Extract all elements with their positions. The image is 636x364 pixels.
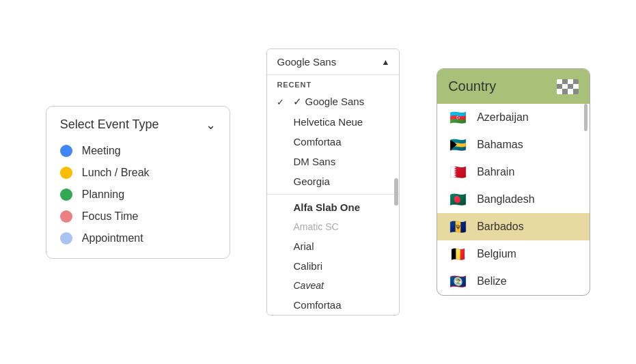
checker-cell xyxy=(557,84,562,89)
font-list: ✓Google SansHelvetica NeueComfortaaDM Sa… xyxy=(267,92,399,315)
font-item-name: Calibri xyxy=(293,260,322,272)
font-scrollbar-thumb[interactable] xyxy=(394,178,398,206)
country-flag: 🇧🇪 xyxy=(448,247,467,261)
event-label: Meeting xyxy=(82,145,121,157)
checker-cell xyxy=(573,89,579,94)
event-type-panel: Select Event Type ⌄ MeetingLunch / Break… xyxy=(46,106,230,259)
font-divider xyxy=(267,194,399,195)
country-title: Country xyxy=(448,79,496,94)
checker-cell xyxy=(568,79,573,84)
font-list-item[interactable]: Calibri xyxy=(267,256,399,276)
country-name: Barbados xyxy=(477,221,524,233)
font-item-name: Amatic SC xyxy=(293,221,338,232)
font-list-item[interactable]: Comfortaa xyxy=(267,295,399,315)
country-name: Belgium xyxy=(477,248,516,260)
font-section-recent: RECENT xyxy=(267,75,399,92)
chevron-down-icon: ⌄ xyxy=(206,117,216,132)
country-list-item[interactable]: 🇧🇪Belgium xyxy=(437,240,590,268)
checker-cell xyxy=(562,89,568,94)
country-list-item[interactable]: 🇧🇧Barbados xyxy=(437,213,590,240)
country-list-item[interactable]: 🇧🇭Bahrain xyxy=(437,158,590,186)
event-item[interactable]: Lunch / Break xyxy=(60,167,216,179)
country-name: Bahrain xyxy=(477,166,514,178)
country-panel: Country 🇦🇿Azerbaijan🇧🇸Bahamas🇧🇭Bahrain🇧🇩… xyxy=(437,68,590,296)
font-list-item[interactable]: Amatic SC xyxy=(267,217,399,236)
checker-cell xyxy=(562,79,568,84)
font-item-name: Georgia xyxy=(293,176,329,187)
font-item-name: Comfortaa xyxy=(293,299,341,311)
country-list-item[interactable]: 🇦🇿Azerbaijan xyxy=(437,104,590,131)
event-type-header[interactable]: Select Event Type ⌄ xyxy=(60,117,216,132)
country-flag: 🇦🇿 xyxy=(448,111,467,124)
font-item-name: Google Sans xyxy=(293,96,364,108)
font-check-icon: ✓ xyxy=(277,97,288,107)
country-name: Bangladesh xyxy=(477,193,535,206)
country-list-item[interactable]: 🇧🇩Bangladesh xyxy=(437,186,590,213)
country-flag: 🇧🇧 xyxy=(448,220,467,234)
country-flag: 🇧🇭 xyxy=(448,165,467,179)
event-color-dot xyxy=(60,145,72,157)
checker-cell xyxy=(557,89,562,94)
country-list-item[interactable]: 🇧🇸Bahamas xyxy=(437,131,590,158)
font-list-item[interactable]: Comfortaa xyxy=(267,132,399,152)
font-list-item[interactable]: Helvetica Neue xyxy=(267,112,399,132)
event-label: Lunch / Break xyxy=(82,167,150,179)
event-color-dot xyxy=(60,232,72,244)
checker-cell xyxy=(557,79,562,84)
event-label: Planning xyxy=(82,188,124,201)
font-list-item[interactable]: Caveat xyxy=(267,276,399,295)
font-item-name: Caveat xyxy=(293,280,323,291)
font-list-item[interactable]: Arial xyxy=(267,236,399,256)
country-flag: 🇧🇩 xyxy=(448,193,467,206)
font-dropdown-header[interactable]: Google Sans ▲ xyxy=(267,49,399,75)
checker-cell xyxy=(562,84,568,89)
event-type-title: Select Event Type xyxy=(60,117,159,132)
font-item-name: DM Sans xyxy=(293,156,335,167)
font-item-name: Arial xyxy=(293,240,314,252)
event-item[interactable]: Appointment xyxy=(60,232,216,244)
font-item-name: Alfa Slab One xyxy=(293,201,360,213)
font-dropdown-arrow: ▲ xyxy=(382,57,390,67)
event-label: Focus Time xyxy=(82,210,139,223)
font-item-name: Comfortaa xyxy=(293,136,341,148)
country-header: Country xyxy=(437,69,590,104)
font-list-item[interactable]: ✓Google Sans xyxy=(267,92,399,112)
event-color-dot xyxy=(60,210,72,223)
event-color-dot xyxy=(60,188,72,201)
country-flag: 🇧🇸 xyxy=(448,138,467,152)
event-color-dot xyxy=(60,167,72,179)
country-flag: 🇧🇿 xyxy=(448,275,467,288)
event-list: MeetingLunch / BreakPlanningFocus TimeAp… xyxy=(60,145,216,244)
event-item[interactable]: Focus Time xyxy=(60,210,216,223)
country-list-item[interactable]: 🇧🇿Belize xyxy=(437,268,590,295)
font-panel-wrapper: Google Sans ▲ RECENT ✓Google SansHelveti… xyxy=(266,48,400,316)
country-name: Azerbaijan xyxy=(477,111,529,124)
font-panel: Google Sans ▲ RECENT ✓Google SansHelveti… xyxy=(266,48,400,316)
checker-cell xyxy=(568,84,573,89)
country-name: Belize xyxy=(477,275,507,288)
country-name: Bahamas xyxy=(477,139,523,151)
country-list: 🇦🇿Azerbaijan🇧🇸Bahamas🇧🇭Bahrain🇧🇩Banglade… xyxy=(437,104,590,295)
font-item-name: Helvetica Neue xyxy=(293,116,363,128)
event-item[interactable]: Meeting xyxy=(60,145,216,157)
event-label: Appointment xyxy=(82,232,143,244)
country-scrollbar-thumb[interactable] xyxy=(584,104,587,131)
country-scroll-wrapper: 🇦🇿Azerbaijan🇧🇸Bahamas🇧🇭Bahrain🇧🇩Banglade… xyxy=(437,104,590,295)
checker-cell xyxy=(568,89,573,94)
font-selected-name: Google Sans xyxy=(277,56,336,68)
font-list-item[interactable]: DM Sans xyxy=(267,152,399,171)
font-list-item[interactable]: Alfa Slab One xyxy=(267,197,399,217)
event-item[interactable]: Planning xyxy=(60,188,216,201)
font-list-item[interactable]: Georgia xyxy=(267,171,399,191)
checkerboard-icon xyxy=(557,79,579,94)
checker-cell xyxy=(573,79,579,84)
checker-cell xyxy=(573,84,579,89)
